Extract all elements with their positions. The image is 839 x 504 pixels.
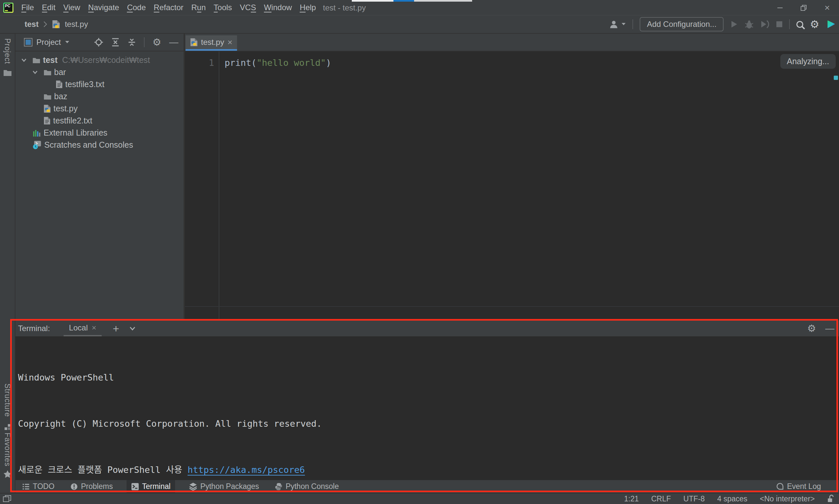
close-tab-icon[interactable]: ×	[92, 323, 97, 332]
chevron-down-icon[interactable]	[20, 58, 28, 62]
chevron-down-icon[interactable]	[31, 70, 39, 74]
terminal-panel: Terminal: Local × + ⚙ — Windows PowerShe…	[15, 320, 839, 480]
stop-button[interactable]	[776, 21, 783, 28]
menu-label: ile	[26, 3, 34, 12]
run-with-coverage-button[interactable]	[760, 20, 770, 29]
editor-tab-label: test.py	[201, 38, 224, 47]
terminal-settings-gear-icon[interactable]: ⚙	[807, 324, 816, 334]
event-log-button[interactable]: Event Log	[776, 482, 821, 491]
terminal-tab-label: Local	[69, 323, 88, 332]
tree-item-external-libraries[interactable]: External Libraries	[15, 127, 184, 139]
python-file-icon	[44, 105, 51, 113]
menu-run[interactable]: Run	[188, 0, 210, 15]
menu-window[interactable]: Window	[260, 0, 296, 15]
menu-help[interactable]: Help	[296, 0, 320, 15]
tree-item-scratches[interactable]: Scratches and Consoles	[15, 139, 184, 151]
terminal-tab-local[interactable]: Local ×	[64, 321, 101, 336]
menu-vcs[interactable]: VCS	[236, 0, 260, 15]
indent-setting[interactable]: 4 spaces	[717, 494, 747, 503]
user-profile-button[interactable]	[610, 20, 626, 29]
search-everywhere-button[interactable]	[797, 21, 803, 28]
tree-item-testpy[interactable]: test.py	[15, 103, 184, 114]
stripe-project-button[interactable]: Project	[3, 38, 12, 64]
lock-open-icon[interactable]	[827, 494, 834, 503]
star-icon[interactable]	[3, 470, 12, 478]
todo-label: TODO	[33, 482, 54, 491]
tree-item-bar[interactable]: bar	[15, 66, 184, 78]
menu-label: efactor	[159, 3, 183, 12]
debug-button[interactable]	[744, 20, 754, 29]
folder-icon[interactable]	[3, 69, 12, 76]
menu-label: indow	[272, 3, 292, 12]
run-button[interactable]	[730, 20, 738, 29]
problems-label: Problems	[81, 482, 113, 491]
tree-item-testfile3[interactable]: testfile3.txt	[15, 78, 184, 90]
menu-label: V	[63, 3, 69, 13]
editor-tab-testpy[interactable]: test.py ×	[186, 35, 237, 51]
close-button[interactable]: ×	[816, 0, 839, 15]
settings-gear-icon[interactable]: ⚙	[810, 19, 819, 30]
menu-navigate[interactable]: Navigate	[84, 0, 123, 15]
caret-position[interactable]: 1:21	[624, 494, 639, 503]
tree-item-path: C:₩Users₩codeit₩test	[62, 55, 150, 65]
chevron-down-icon[interactable]	[129, 326, 136, 331]
python-packages-button[interactable]: Python Packages	[187, 480, 261, 493]
add-configuration-button[interactable]: Add Configuration...	[640, 17, 724, 32]
folder-icon	[44, 93, 51, 100]
menu-view[interactable]: View	[59, 0, 84, 15]
tree-item-label: test	[43, 55, 57, 65]
locate-file-icon[interactable]	[94, 38, 103, 47]
panel-settings-gear-icon[interactable]: ⚙	[152, 37, 161, 47]
menu-label: N	[88, 3, 94, 13]
titlebar: PC File Edit View Navigate Code Refactor…	[0, 0, 839, 15]
file-encoding[interactable]: UTF-8	[683, 494, 705, 503]
editor-content[interactable]: print("hello world")	[220, 51, 839, 320]
terminal-button[interactable]: Terminal	[126, 480, 175, 493]
line-separator[interactable]: CRLF	[651, 494, 671, 503]
stripe-favorites-button[interactable]: Favorites	[3, 433, 12, 467]
menu-refactor[interactable]: Refactor	[150, 0, 188, 15]
project-panel-title[interactable]: Project	[36, 38, 61, 47]
collapse-all-icon[interactable]	[127, 38, 136, 47]
features-trainer-icon[interactable]	[826, 19, 836, 29]
tree-item-testfile2[interactable]: testfile2.txt	[15, 114, 184, 127]
restore-button[interactable]	[792, 0, 816, 15]
problems-button[interactable]: Problems	[68, 480, 115, 493]
project-view-icon	[24, 38, 32, 47]
todo-button[interactable]: TODO	[20, 480, 56, 493]
menu-label: iew	[69, 3, 80, 12]
hide-panel-icon[interactable]: —	[169, 38, 178, 47]
header-divider	[15, 51, 839, 51]
chevron-down-icon[interactable]	[65, 41, 69, 44]
menu-file[interactable]: File	[17, 0, 38, 15]
stripe-structure-button[interactable]: Structure	[3, 383, 12, 417]
menu-edit[interactable]: Edit	[38, 0, 59, 15]
breadcrumb-chevron-icon	[43, 21, 47, 28]
menu-label: dit	[47, 3, 55, 12]
menubar: File Edit View Navigate Code Refactor Ru…	[17, 0, 320, 15]
tree-item-baz[interactable]: baz	[15, 90, 184, 103]
new-session-plus-icon[interactable]: +	[113, 323, 119, 334]
breadcrumb-file[interactable]: test.py	[65, 20, 88, 29]
expand-all-icon[interactable]	[111, 38, 120, 47]
menu-tools[interactable]: Tools	[210, 0, 236, 15]
window-title: test - test.py	[323, 0, 366, 15]
python-packages-icon	[189, 482, 198, 490]
folder-icon	[32, 57, 40, 64]
python-console-button[interactable]: Python Console	[273, 480, 341, 493]
tree-item-test[interactable]: test C:₩Users₩codeit₩test	[15, 54, 184, 66]
tool-window-switcher-icon[interactable]	[3, 495, 12, 503]
breadcrumb-root[interactable]: test	[24, 20, 39, 29]
menu-code[interactable]: Code	[123, 0, 150, 15]
hide-terminal-icon[interactable]: —	[825, 324, 834, 333]
terminal-link[interactable]: https://aka.ms/pscore6	[188, 465, 305, 475]
analysis-stripe-marker[interactable]	[834, 76, 838, 80]
tool-window-bar: TODO Problems Terminal Python Packages P…	[15, 480, 839, 493]
structure-icon[interactable]	[4, 424, 11, 431]
pycharm-logo-icon: PC	[3, 3, 14, 13]
minimize-button[interactable]	[768, 0, 792, 15]
menu-label: E	[42, 3, 47, 13]
interpreter-widget[interactable]: <No interpreter>	[760, 494, 815, 503]
terminal-output[interactable]: Windows PowerShell Copyright (C) Microso…	[15, 336, 839, 481]
close-tab-icon[interactable]: ×	[227, 37, 233, 48]
